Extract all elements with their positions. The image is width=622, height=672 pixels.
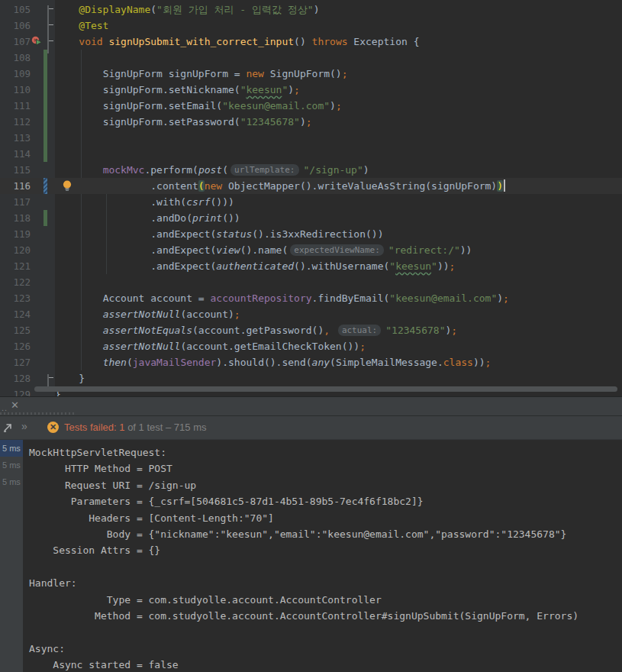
gutter-cell[interactable]: 114: [0, 146, 55, 162]
gutter-cell[interactable]: 127: [0, 354, 55, 370]
line-number[interactable]: 120: [0, 242, 31, 258]
gutter-cell[interactable]: 126: [0, 338, 55, 354]
gutter-cell[interactable]: 119: [0, 226, 55, 242]
line-number[interactable]: 122: [0, 274, 31, 290]
gutter-cell[interactable]: 112: [0, 114, 55, 130]
hidden-toolbar-chevron-icon[interactable]: »: [21, 420, 27, 432]
gutter-cell[interactable]: 105: [0, 2, 55, 18]
line-number[interactable]: 111: [0, 98, 31, 114]
gutter-cell[interactable]: 108: [0, 50, 55, 66]
line-number[interactable]: 112: [0, 114, 31, 130]
test-tree-row[interactable]: 5 ms: [0, 457, 23, 473]
code-line-108[interactable]: 108: [0, 50, 622, 66]
line-number[interactable]: 105: [0, 2, 31, 18]
test-tree-row[interactable]: 5 ms: [0, 440, 23, 457]
jump-to-source-icon[interactable]: [2, 422, 13, 436]
line-number[interactable]: 116: [0, 178, 31, 194]
gutter-cell[interactable]: 106: [0, 18, 55, 34]
vcs-added-marker: [44, 50, 47, 66]
code-line-128[interactable]: 128 }: [0, 370, 622, 386]
console-line: [29, 559, 622, 575]
code-line-126[interactable]: 126 assertNotNull(account.getEmailCheckT…: [0, 338, 622, 354]
line-number[interactable]: 124: [0, 306, 31, 322]
code-editor[interactable]: 105 @DisplayName("회원 가입 처리 - 입력값 정상")106…: [0, 0, 622, 396]
code-line-119[interactable]: 119 .andExpect(status().is3xxRedirection…: [0, 226, 622, 242]
line-number[interactable]: 118: [0, 210, 31, 226]
line-number[interactable]: 117: [0, 194, 31, 210]
gutter-cell[interactable]: 111: [0, 98, 55, 114]
code-line-124[interactable]: 124 assertNotNull(account);: [0, 306, 622, 322]
code-line-115[interactable]: 115 mockMvc.perform(post(urlTemplate:"/s…: [0, 162, 622, 178]
line-number[interactable]: 128: [0, 370, 31, 386]
gutter-cell[interactable]: 125: [0, 322, 55, 338]
gutter-cell[interactable]: 122: [0, 274, 55, 290]
code-line-114[interactable]: 114: [0, 146, 622, 162]
code-line-111[interactable]: 111 signUpForm.setEmail("keesun@email.co…: [0, 98, 622, 114]
horizontal-scrollbar-thumb[interactable]: [34, 386, 617, 392]
line-number[interactable]: 106: [0, 18, 31, 34]
code-line-117[interactable]: 117 .with(csrf())): [0, 194, 622, 210]
line-number[interactable]: 126: [0, 338, 31, 354]
line-number[interactable]: 107: [0, 34, 31, 50]
console-line: Method = com.studyolle.account.AccountCo…: [29, 608, 622, 624]
line-number[interactable]: 129: [0, 386, 31, 396]
line-number[interactable]: 121: [0, 258, 31, 274]
code-line-105[interactable]: 105 @DisplayName("회원 가입 처리 - 입력값 정상"): [0, 2, 622, 18]
line-number[interactable]: 110: [0, 82, 31, 98]
code-line-120[interactable]: 120 .andExpect(view().name(expectedViewN…: [0, 242, 622, 258]
line-number[interactable]: 114: [0, 146, 31, 162]
line-number[interactable]: 123: [0, 290, 31, 306]
code-line-116[interactable]: 116 .content(new ObjectMapper().writeVal…: [0, 178, 622, 194]
code-line-110[interactable]: 110 signUpForm.setNickname("keesun");: [0, 82, 622, 98]
truncated-tab-label[interactable]: ..: [2, 403, 8, 412]
line-number[interactable]: 113: [0, 130, 31, 146]
test-tree[interactable]: 5 ms5 ms5 ms: [0, 440, 23, 672]
gutter-cell[interactable]: 128: [0, 370, 55, 386]
code-line-127[interactable]: 127 then(javaMailSender).should().send(a…: [0, 354, 622, 370]
code-line-text: .andExpect(authenticated().withUsername(…: [55, 258, 455, 274]
gutter-cell[interactable]: 116: [0, 178, 55, 194]
test-tree-row[interactable]: 5 ms: [0, 473, 23, 490]
code-line-123[interactable]: 123 Account account = accountRepository.…: [0, 290, 622, 306]
rerun-failed-test-icon[interactable]: [31, 36, 44, 47]
gutter-cell[interactable]: 120: [0, 242, 55, 258]
close-icon[interactable]: ✕: [11, 399, 19, 411]
code-line-107[interactable]: 107 void signUpSubmit_with_correct_input…: [0, 34, 622, 50]
fold-end-icon[interactable]: [47, 375, 55, 382]
code-line-text: assertNotNull(account);: [55, 306, 240, 322]
fold-collapse-icon[interactable]: [47, 22, 55, 29]
code-line-122[interactable]: 122: [0, 274, 622, 290]
gutter-cell[interactable]: 117: [0, 194, 55, 210]
gutter-cell[interactable]: 115: [0, 162, 55, 178]
gutter-cell[interactable]: 124: [0, 306, 55, 322]
gutter-cell[interactable]: 109: [0, 66, 55, 82]
code-line-125[interactable]: 125 assertNotEquals(account.getPassword(…: [0, 322, 622, 338]
code-line-113[interactable]: 113: [0, 130, 622, 146]
gutter-cell[interactable]: 113: [0, 130, 55, 146]
line-number[interactable]: 125: [0, 322, 31, 338]
fold-collapse-icon[interactable]: [47, 6, 55, 13]
console-line: HTTP Method = POST: [29, 460, 622, 477]
test-console[interactable]: MockHttpServletRequest: HTTP Method = PO…: [23, 440, 622, 672]
vcs-added-marker: [44, 66, 47, 82]
gutter-cell[interactable]: 110: [0, 82, 55, 98]
code-line-112[interactable]: 112 signUpForm.setPassword("12345678");: [0, 114, 622, 130]
gutter-cell[interactable]: 107: [0, 34, 55, 50]
splitter-grip[interactable]: [0, 412, 76, 415]
gutter-cell[interactable]: 123: [0, 290, 55, 306]
code-line-109[interactable]: 109 SignUpForm signUpForm = new SignUpFo…: [0, 66, 622, 82]
gutter-cell[interactable]: 121: [0, 258, 55, 274]
code-line-106[interactable]: 106 @Test: [0, 18, 622, 34]
fold-collapse-icon[interactable]: [47, 38, 55, 45]
line-number[interactable]: 119: [0, 226, 31, 242]
intention-bulb-icon[interactable]: [63, 180, 72, 195]
line-number[interactable]: 127: [0, 354, 31, 370]
line-number[interactable]: 108: [0, 50, 31, 66]
code-line-118[interactable]: 118 .andDo(print()): [0, 210, 622, 226]
gutter-cell[interactable]: 118: [0, 210, 55, 226]
code-line-text: assertNotNull(account.getEmailCheckToken…: [55, 338, 366, 354]
run-test-gutter-icon[interactable]: [31, 36, 44, 47]
code-line-121[interactable]: 121 .andExpect(authenticated().withUsern…: [0, 258, 622, 274]
line-number[interactable]: 109: [0, 66, 31, 82]
line-number[interactable]: 115: [0, 162, 31, 178]
